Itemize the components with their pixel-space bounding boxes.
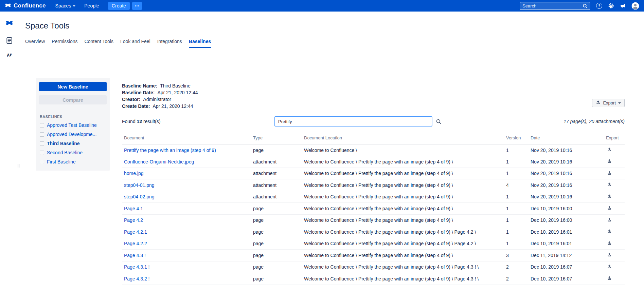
location-cell: Welcome to Confluence \ Prettify the pag… xyxy=(302,156,504,168)
baseline-link[interactable]: Second Baseline xyxy=(47,150,83,155)
type-cell: page xyxy=(251,250,302,261)
baseline-checkbox[interactable] xyxy=(40,160,44,164)
location-cell: Welcome to Confluence \ Prettify the pag… xyxy=(302,214,504,226)
space-tab[interactable]: Look and Feel xyxy=(120,39,150,48)
confluence-logo-icon xyxy=(5,2,11,10)
topbar-right-cluster: ? xyxy=(520,2,639,10)
document-link[interactable]: Page 4.2 xyxy=(124,217,143,223)
baseline-checkbox[interactable] xyxy=(40,151,44,155)
brand-name: Confluence xyxy=(14,2,46,9)
avatar[interactable] xyxy=(631,2,639,10)
quotes-icon[interactable]: ” xyxy=(6,54,12,62)
export-row-icon[interactable] xyxy=(607,182,612,187)
space-tab[interactable]: Permissions xyxy=(52,39,77,48)
document-link[interactable]: Page 4.1 xyxy=(124,206,143,211)
version-cell: 1 xyxy=(504,226,529,238)
export-button[interactable]: Export xyxy=(592,99,625,107)
sidebar-collapse-handle[interactable] xyxy=(17,163,20,168)
gear-icon[interactable] xyxy=(608,3,614,9)
type-cell: page xyxy=(251,273,302,285)
create-more-button[interactable]: ••• xyxy=(132,2,142,10)
document-link[interactable]: Page 4.2.2 xyxy=(124,241,147,246)
export-row-icon[interactable] xyxy=(607,264,612,269)
export-row-icon[interactable] xyxy=(607,276,612,280)
table-row: Page 4.1 page Welcome to Confluence \ Pr… xyxy=(122,203,625,215)
tab-label: Content Tools xyxy=(85,39,113,44)
baseline-list-item: Third Baseline xyxy=(39,141,107,146)
baseline-link[interactable]: Third Baseline xyxy=(47,141,79,146)
document-link[interactable]: Confluence-Origami-Necktie.jpeg xyxy=(124,159,194,164)
filter-input[interactable] xyxy=(274,116,432,126)
type-cell: attachment xyxy=(251,179,302,191)
document-link[interactable]: step04-02.png xyxy=(124,194,155,199)
confluence-home-link[interactable]: Confluence xyxy=(5,2,46,10)
baseline-link[interactable]: Approved Test Baseline xyxy=(47,122,97,128)
export-row-icon[interactable] xyxy=(607,252,612,257)
pages-icon[interactable] xyxy=(6,37,13,44)
export-row-icon[interactable] xyxy=(607,147,612,152)
field-label: Baseline Date: xyxy=(122,90,156,95)
nav-spaces[interactable]: Spaces xyxy=(55,3,76,8)
baseline-checkbox[interactable] xyxy=(40,132,44,137)
megaphone-icon[interactable] xyxy=(620,3,626,9)
version-cell: 4 xyxy=(504,179,529,191)
nav-people[interactable]: People xyxy=(84,3,99,8)
document-link[interactable]: home.jpg xyxy=(124,171,144,176)
export-row-icon[interactable] xyxy=(607,194,612,199)
space-tab[interactable]: Content Tools xyxy=(85,39,113,48)
export-row-icon[interactable] xyxy=(607,241,612,246)
space-tab[interactable]: Integrations xyxy=(157,39,182,48)
search-icon[interactable] xyxy=(583,3,588,8)
export-row-icon[interactable] xyxy=(607,217,612,222)
table-row: Prettify the page with an image (step 4 … xyxy=(122,144,625,156)
global-search-box[interactable] xyxy=(520,2,590,10)
date-cell: Nov 20, 2019 10:16 xyxy=(529,168,604,179)
document-link[interactable]: Prettify the page with an image (step 4 … xyxy=(124,148,216,153)
export-row-icon[interactable] xyxy=(607,171,612,175)
location-cell: Welcome to Confluence \ Prettify the pag… xyxy=(302,179,504,191)
space-sidebar: ” xyxy=(0,12,19,292)
baseline-checkbox[interactable] xyxy=(40,123,44,128)
help-icon[interactable]: ? xyxy=(596,3,602,9)
table-header-row: DocumentTypeDocument LocationVersionDate… xyxy=(122,135,625,144)
space-tab[interactable]: Baselines xyxy=(189,39,211,48)
document-link[interactable]: Page 4.3 ! xyxy=(124,253,146,258)
baseline-checkbox[interactable] xyxy=(40,141,44,146)
detail-field: Creator: Administrator xyxy=(122,96,625,103)
tab-label: Baselines xyxy=(189,39,211,44)
export-row-icon[interactable] xyxy=(607,159,612,163)
space-logo-icon[interactable] xyxy=(5,19,13,27)
new-baseline-button[interactable]: New Baseline xyxy=(39,82,107,91)
global-search-input[interactable] xyxy=(522,3,583,8)
type-cell: page xyxy=(251,238,302,250)
filter-search-icon[interactable] xyxy=(436,119,442,124)
location-cell: Welcome to Confluence \ Prettify the pag… xyxy=(302,261,504,273)
create-button[interactable]: Create xyxy=(108,2,130,10)
field-label: Creator: xyxy=(122,97,142,102)
field-value: Apr 21, 2020 12:44 xyxy=(153,103,193,109)
location-cell: Welcome to Confluence \ Prettify the pag… xyxy=(302,203,504,215)
document-link[interactable]: Page 4.3.1 ! xyxy=(124,264,150,270)
document-link[interactable]: step04-01.png xyxy=(124,182,155,188)
date-cell: Dec 10, 2019 16:01 xyxy=(529,226,604,238)
column-header: Export xyxy=(604,135,625,144)
version-cell: 1 xyxy=(504,144,529,156)
baseline-link[interactable]: Approved Developme... xyxy=(47,132,96,137)
baseline-list-item: First Baseline xyxy=(39,159,107,164)
document-link[interactable]: Page 4.3.2 ! xyxy=(124,276,150,281)
detail-field: Baseline Name: Third Baseline xyxy=(122,82,625,89)
export-icon xyxy=(596,100,601,106)
field-value: Administrator xyxy=(143,97,171,102)
space-tab[interactable]: Overview xyxy=(25,39,45,48)
detail-field: Baseline Date: Apr 21, 2020 12:44 xyxy=(122,89,625,96)
location-cell: Welcome to Confluence \ Prettify the pag… xyxy=(302,226,504,238)
column-header: Document xyxy=(122,135,251,144)
table-row: Page 4.3 ! page Welcome to Confluence \ … xyxy=(122,250,625,261)
document-link[interactable]: Page 4.2.1 xyxy=(124,229,147,235)
export-row-icon[interactable] xyxy=(607,206,612,210)
compare-button[interactable]: Compare xyxy=(39,95,107,104)
type-cell: page xyxy=(251,261,302,273)
baseline-link[interactable]: First Baseline xyxy=(47,159,76,164)
baseline-details: Baseline Name: Third Baseline Baseline D… xyxy=(122,82,625,110)
export-row-icon[interactable] xyxy=(607,229,612,234)
